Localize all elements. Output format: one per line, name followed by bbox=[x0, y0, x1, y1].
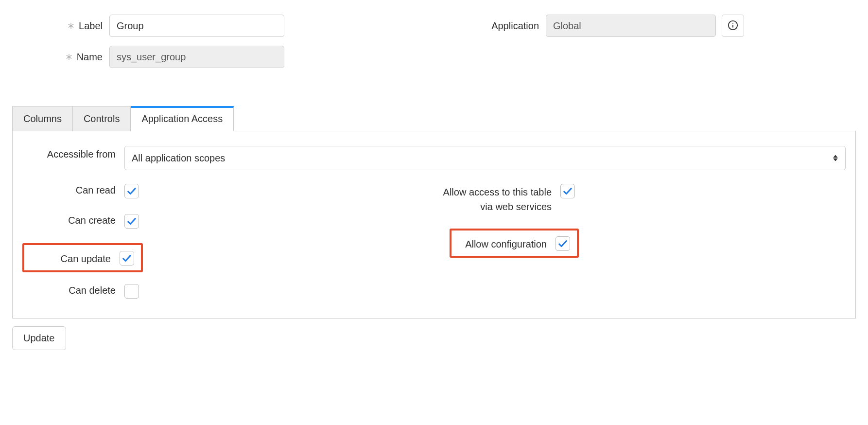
check-icon bbox=[126, 186, 137, 196]
allow-web-label: Allow access to this table via web servi… bbox=[434, 183, 560, 214]
application-field-label: Application bbox=[449, 20, 546, 32]
tab-application-access[interactable]: Application Access bbox=[131, 106, 234, 131]
allow-config-checkbox[interactable] bbox=[556, 236, 570, 251]
name-field-text: Name bbox=[77, 52, 103, 63]
can-delete-checkbox[interactable] bbox=[124, 284, 139, 299]
accessible-from-label: Accessible from bbox=[22, 146, 124, 160]
check-icon bbox=[126, 216, 137, 227]
accessible-from-value: All application scopes bbox=[132, 153, 225, 164]
can-update-checkbox[interactable] bbox=[120, 251, 134, 266]
tab-columns[interactable]: Columns bbox=[12, 106, 73, 131]
allow-config-label: Allow configuration bbox=[453, 237, 556, 250]
update-button[interactable]: Update bbox=[12, 326, 66, 350]
check-icon bbox=[122, 253, 132, 264]
allow-config-highlight: Allow configuration bbox=[450, 229, 579, 258]
accessible-from-select[interactable]: All application scopes bbox=[124, 146, 846, 170]
application-field-text: Application bbox=[491, 20, 539, 32]
can-update-highlight: Can update bbox=[22, 243, 143, 272]
tab-panel-application-access: Accessible from All application scopes C… bbox=[12, 131, 856, 319]
check-icon bbox=[562, 186, 573, 196]
svg-point-2 bbox=[732, 22, 733, 23]
can-update-label: Can update bbox=[26, 251, 120, 265]
info-icon bbox=[728, 20, 738, 32]
required-icon bbox=[67, 22, 75, 30]
info-button[interactable] bbox=[722, 15, 744, 37]
tabs-bar: Columns Controls Application Access bbox=[12, 106, 856, 131]
label-input[interactable] bbox=[109, 15, 284, 37]
can-create-checkbox[interactable] bbox=[124, 214, 139, 229]
label-field-label: Label bbox=[12, 20, 109, 32]
application-input[interactable] bbox=[546, 15, 716, 37]
can-read-label: Can read bbox=[22, 183, 124, 196]
can-read-checkbox[interactable] bbox=[124, 184, 139, 198]
label-field-text: Label bbox=[79, 20, 103, 32]
check-icon bbox=[557, 238, 568, 249]
tab-controls[interactable]: Controls bbox=[73, 106, 131, 131]
name-field-label: Name bbox=[12, 52, 109, 63]
can-delete-label: Can delete bbox=[22, 283, 124, 296]
name-input[interactable] bbox=[109, 46, 284, 68]
form-header: Label Name Application bbox=[12, 15, 856, 77]
allow-web-checkbox[interactable] bbox=[560, 184, 575, 198]
can-create-label: Can create bbox=[22, 213, 124, 226]
required-icon bbox=[65, 53, 73, 61]
